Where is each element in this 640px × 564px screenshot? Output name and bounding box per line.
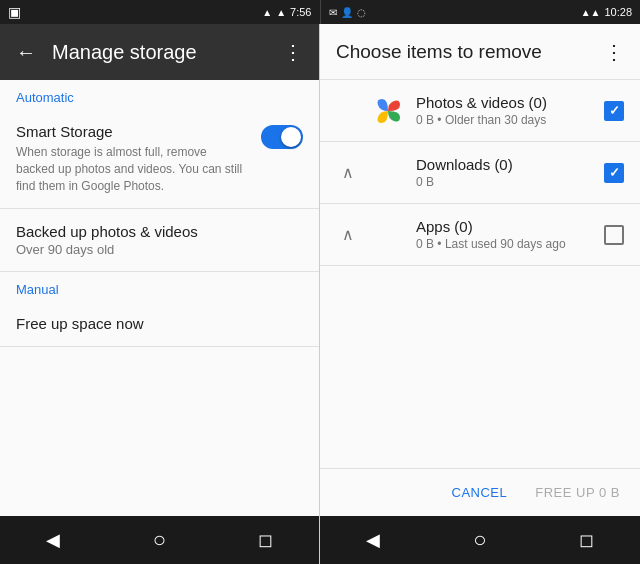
photos-videos-content: Photos & videos (0) 0 B • Older than 30 …: [416, 94, 592, 127]
left-nav-back[interactable]: ◀: [29, 529, 77, 551]
free-up-space-item[interactable]: Free up space now: [0, 301, 319, 347]
left-nav-home[interactable]: ○: [135, 527, 183, 553]
smart-storage-item: Smart Storage When storage is almost ful…: [0, 109, 319, 209]
smart-storage-desc: When storage is almost full, remove back…: [16, 144, 246, 194]
right-menu-icon[interactable]: ⋮: [604, 40, 624, 64]
downloads-checkbox[interactable]: ✓: [604, 163, 624, 183]
downloads-check-icon: ✓: [609, 165, 620, 180]
apps-item[interactable]: ∧ Apps (0) 0 B • Last used 90 days ago: [320, 204, 640, 266]
right-status-icons2: ▲▲: [581, 7, 601, 18]
apps-expand-icon[interactable]: ∧: [336, 225, 360, 244]
apps-subtitle: 0 B • Last used 90 days ago: [416, 237, 592, 251]
free-up-button[interactable]: FREE UP 0 B: [523, 477, 632, 508]
photos-videos-item[interactable]: Photos & videos (0) 0 B • Older than 30 …: [320, 80, 640, 142]
smart-storage-title: Smart Storage: [16, 123, 253, 140]
downloads-item[interactable]: ∧ Downloads (0) 0 B ✓: [320, 142, 640, 204]
smart-storage-toggle[interactable]: [261, 125, 303, 149]
left-menu-icon[interactable]: ⋮: [283, 40, 303, 64]
left-status-icon: ▣: [8, 4, 21, 20]
photos-check-icon: ✓: [609, 103, 620, 118]
apps-content: Apps (0) 0 B • Last used 90 days ago: [416, 218, 592, 251]
photos-videos-subtitle: 0 B • Older than 30 days: [416, 113, 592, 127]
right-nav-home[interactable]: ○: [456, 527, 504, 553]
page-title: Manage storage: [52, 41, 267, 64]
photos-videos-title: Photos & videos (0): [416, 94, 592, 111]
photos-videos-checkbox[interactable]: ✓: [604, 101, 624, 121]
apps-checkbox[interactable]: [604, 225, 624, 245]
choose-items-title: Choose items to remove: [336, 41, 588, 63]
right-nav-back[interactable]: ◀: [349, 529, 397, 551]
backed-up-title: Backed up photos & videos: [16, 223, 303, 240]
back-icon[interactable]: ←: [16, 41, 36, 64]
downloads-expand-icon[interactable]: ∧: [336, 163, 360, 182]
backed-up-item[interactable]: Backed up photos & videos Over 90 days o…: [0, 209, 319, 272]
cancel-button[interactable]: CANCEL: [440, 477, 520, 508]
downloads-content: Downloads (0) 0 B: [416, 156, 592, 189]
right-nav-recent[interactable]: ◻: [563, 529, 611, 551]
right-time: 10:28: [604, 6, 632, 18]
left-time: 7:56: [290, 6, 311, 18]
downloads-subtitle: 0 B: [416, 175, 592, 189]
right-status-icons: ✉👤◌: [329, 7, 366, 18]
automatic-section-header: Automatic: [0, 80, 319, 109]
left-nav-recent[interactable]: ◻: [242, 529, 290, 551]
left-status-icons: ▲ ▲ 7:56: [262, 6, 311, 18]
apps-title: Apps (0): [416, 218, 592, 235]
downloads-title: Downloads (0): [416, 156, 592, 173]
free-up-space-title: Free up space now: [16, 315, 303, 332]
backed-up-subtitle: Over 90 days old: [16, 242, 303, 257]
photos-icon: [372, 95, 404, 127]
manual-section-header: Manual: [0, 272, 319, 301]
